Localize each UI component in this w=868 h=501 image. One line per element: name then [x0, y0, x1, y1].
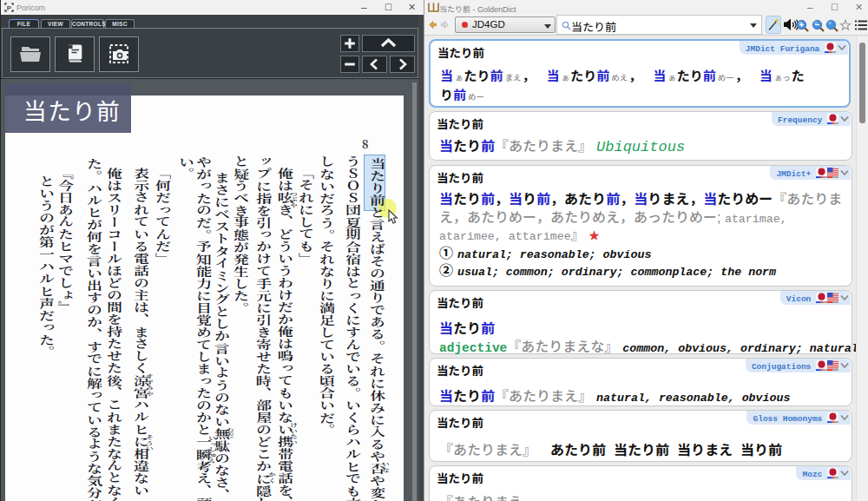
svg-text:P: P: [7, 4, 12, 12]
